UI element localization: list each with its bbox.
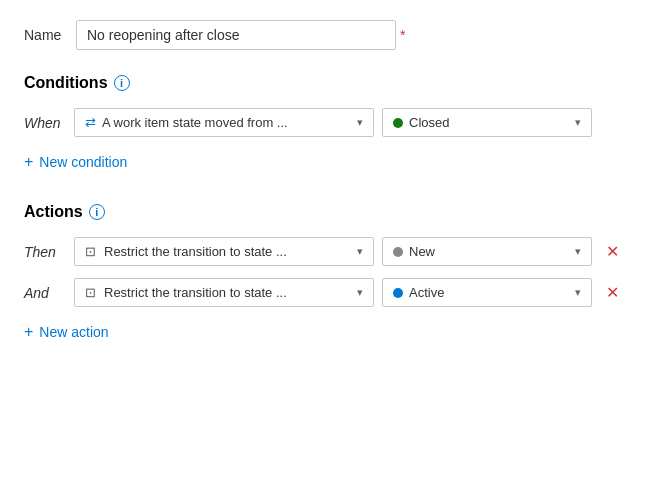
action-type-dropdown-1[interactable]: ⊡ Restrict the transition to state ... ▾	[74, 278, 374, 307]
action-type-content-0: ⊡ Restrict the transition to state ...	[85, 244, 287, 259]
restrict-icon-1: ⊡	[85, 285, 96, 300]
action-row-1: And ⊡ Restrict the transition to state .…	[24, 278, 648, 307]
conditions-title: Conditions	[24, 74, 108, 92]
restrict-icon-0: ⊡	[85, 244, 96, 259]
action-type-text-1: Restrict the transition to state ...	[104, 285, 287, 300]
action-state-dot-0	[393, 247, 403, 257]
action-state-dot-1	[393, 288, 403, 298]
when-label: When	[24, 115, 74, 131]
condition-row: When ⇄ A work item state moved from ... …	[24, 108, 648, 137]
action-state-content-0: New	[393, 244, 435, 259]
condition-state-dropdown[interactable]: Closed ▾	[382, 108, 592, 137]
action-row-0: Then ⊡ Restrict the transition to state …	[24, 237, 648, 266]
condition-type-dropdown[interactable]: ⇄ A work item state moved from ... ▾	[74, 108, 374, 137]
new-action-button[interactable]: + New action	[24, 319, 109, 345]
delete-action-button-1[interactable]: ✕	[600, 281, 624, 305]
action-type-dropdown-0[interactable]: ⊡ Restrict the transition to state ... ▾	[74, 237, 374, 266]
action-type-content-1: ⊡ Restrict the transition to state ...	[85, 285, 287, 300]
condition-type-content: ⇄ A work item state moved from ...	[85, 115, 288, 130]
action-label-0: Then	[24, 244, 74, 260]
actions-section: Actions i Then ⊡ Restrict the transition…	[24, 203, 648, 345]
action-state-dropdown-0[interactable]: New ▾	[382, 237, 592, 266]
conditions-section: Conditions i When ⇄ A work item state mo…	[24, 74, 648, 175]
condition-type-chevron: ▾	[357, 116, 363, 129]
conditions-info-icon[interactable]: i	[114, 75, 130, 91]
action-type-chevron-0: ▾	[357, 245, 363, 258]
action-state-dropdown-1[interactable]: Active ▾	[382, 278, 592, 307]
new-condition-label: New condition	[39, 154, 127, 170]
action-type-chevron-1: ▾	[357, 286, 363, 299]
new-condition-button[interactable]: + New condition	[24, 149, 127, 175]
new-action-label: New action	[39, 324, 108, 340]
action-state-chevron-0: ▾	[575, 245, 581, 258]
condition-state-content: Closed	[393, 115, 449, 130]
actions-header: Actions i	[24, 203, 648, 221]
name-label: Name	[24, 27, 64, 43]
actions-title: Actions	[24, 203, 83, 221]
action-label-1: And	[24, 285, 74, 301]
action-state-text-1: Active	[409, 285, 444, 300]
action-state-text-0: New	[409, 244, 435, 259]
actions-info-icon[interactable]: i	[89, 204, 105, 220]
closed-state-dot	[393, 118, 403, 128]
new-condition-plus-icon: +	[24, 153, 33, 171]
delete-action-button-0[interactable]: ✕	[600, 240, 624, 264]
new-action-plus-icon: +	[24, 323, 33, 341]
condition-state-text: Closed	[409, 115, 449, 130]
conditions-header: Conditions i	[24, 74, 648, 92]
condition-type-text: A work item state moved from ...	[102, 115, 288, 130]
swap-icon: ⇄	[85, 115, 96, 130]
condition-state-chevron: ▾	[575, 116, 581, 129]
required-indicator: *	[400, 27, 405, 43]
action-state-chevron-1: ▾	[575, 286, 581, 299]
action-type-text-0: Restrict the transition to state ...	[104, 244, 287, 259]
name-section: Name *	[24, 20, 648, 50]
name-input[interactable]	[76, 20, 396, 50]
action-rows-container: Then ⊡ Restrict the transition to state …	[24, 237, 648, 307]
action-state-content-1: Active	[393, 285, 444, 300]
